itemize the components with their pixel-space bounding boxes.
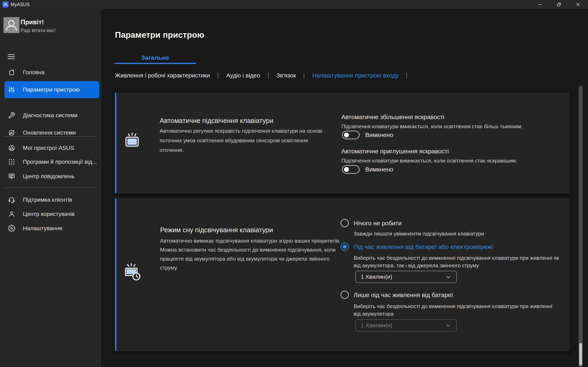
setting-description: Підсвічення клавіатури вимикається, коли… xyxy=(341,158,517,164)
card-accent-bar xyxy=(115,198,116,351)
radio-label[interactable]: Під час живлення від батареї або електро… xyxy=(354,243,493,250)
sidebar-item-label: Параметри пристрою xyxy=(23,86,80,93)
card-title: Режим сну підсвічування клавіатури xyxy=(160,226,273,234)
radio-label[interactable]: Нічого не робити xyxy=(354,220,402,227)
subtab-power[interactable]: Живлення і робочі характеристики xyxy=(115,72,210,79)
radio-do-nothing[interactable] xyxy=(341,219,349,227)
page-title: Параметри пристрою xyxy=(115,30,204,40)
sidebar-item-device-settings[interactable]: Параметри пристрою xyxy=(4,81,99,98)
sliders-icon xyxy=(8,86,16,94)
sidebar-item-my-asus-devices[interactable]: Мої пристрої ASUS xyxy=(4,141,99,155)
minimize-icon xyxy=(537,2,543,7)
restore-button[interactable] xyxy=(552,0,566,9)
headset-icon xyxy=(8,196,16,204)
scrollbar-track[interactable] xyxy=(579,86,583,367)
setting-title: Автоматичне збільшення яскравості xyxy=(341,114,444,120)
sidebar-item-label: Мої пристрої ASUS xyxy=(23,145,74,151)
card-description: Автоматично вимикає підсвічування клавіа… xyxy=(160,236,344,272)
sidebar-item-label: Налаштування xyxy=(23,225,62,232)
sidebar: Привіт! Раді вітати вас! Головна Парамет… xyxy=(0,9,102,367)
close-button[interactable] xyxy=(571,0,585,9)
home-icon xyxy=(8,68,16,76)
greeting-title: Привіт! xyxy=(21,18,44,26)
subtab-row: Живлення і робочі характеристики Аудіо і… xyxy=(115,72,415,79)
sidebar-item-label: Програми й пропозиції від... xyxy=(23,159,97,165)
toggle-state-label: Вимкнено xyxy=(365,132,393,138)
radio-battery-or-ac[interactable] xyxy=(341,243,349,251)
auto-brightness-up-toggle[interactable] xyxy=(342,131,360,139)
setting-description: Підсвічення клавіатури вмикається, коли … xyxy=(341,123,523,130)
tab-underline xyxy=(114,63,196,64)
sidebar-item-label: Головна xyxy=(23,69,44,76)
sidebar-divider xyxy=(4,136,96,137)
tab-separator xyxy=(304,73,304,79)
sidebar-item-label: Центр користувачів xyxy=(23,211,75,217)
hamburger-menu-icon[interactable] xyxy=(7,53,16,60)
title-bar: MyASUS xyxy=(0,0,588,9)
asus-device-icon xyxy=(8,144,16,152)
wrench-icon xyxy=(8,111,16,119)
radio-label[interactable]: Лише під час живлення від батареї xyxy=(354,292,453,299)
toggle-knob xyxy=(344,167,349,172)
sidebar-item-customer-support[interactable]: Підтримка клієнтів xyxy=(4,193,99,207)
idle-time-dropdown[interactable]: 1 Хвилин(и) xyxy=(355,271,457,283)
gear-icon xyxy=(8,225,16,232)
keyboard-backlight-icon xyxy=(124,132,140,148)
window-title: MyASUS xyxy=(11,0,30,9)
sidebar-item-label: Оновлення системи xyxy=(23,129,76,136)
radio-battery-only[interactable] xyxy=(341,291,349,299)
auto-brightness-down-toggle[interactable] xyxy=(342,165,360,174)
card-keyboard-backlight-sleep: Режим сну підсвічування клавіатури Автом… xyxy=(115,198,570,351)
greeting-subtitle: Раді вітати вас! xyxy=(21,27,56,33)
sidebar-divider xyxy=(4,187,96,188)
setting-title: Автоматичне приглушення яскравості xyxy=(341,148,449,155)
radio-description: Виберіть час бездіяльності до вимкнення … xyxy=(354,303,552,318)
myasus-logo-icon xyxy=(2,1,9,8)
dropdown-value: 1 Хвилин(и) xyxy=(361,274,392,280)
restore-icon xyxy=(557,2,562,7)
radio-description: Завжди лишати увімкнентм підсвічування к… xyxy=(354,230,484,238)
subtab-connectivity[interactable]: Зв'язок xyxy=(277,72,296,79)
sidebar-item-settings[interactable]: Налаштування xyxy=(4,221,99,235)
chevron-down-icon xyxy=(445,322,451,328)
tab-separator xyxy=(406,73,407,79)
toggle-knob xyxy=(344,133,349,137)
card-title: Автоматичне підсвічення клавіатури xyxy=(160,117,273,125)
sidebar-item-label: Підтримка клієнтів xyxy=(23,197,72,203)
person-icon xyxy=(8,210,16,218)
chevron-down-icon xyxy=(445,274,451,280)
tab-general[interactable]: Загальне xyxy=(114,54,196,61)
card-description: Автоматично регулює яскравість підсвічен… xyxy=(160,126,327,155)
sidebar-item-system-update[interactable]: Оновлення системи xyxy=(4,126,99,140)
card-accent-bar xyxy=(115,92,116,194)
keyboard-sleep-icon xyxy=(123,263,141,282)
subtab-input-device-settings[interactable]: Налаштування пристрою входу xyxy=(312,72,398,79)
sidebar-item-label: Діагностика системи xyxy=(23,112,77,119)
sidebar-item-label: Центр повідомлень xyxy=(23,173,75,180)
update-sync-icon xyxy=(8,129,16,137)
message-icon xyxy=(8,173,16,180)
idle-time-dropdown-battery[interactable]: 1 Хвилин(и) xyxy=(355,319,457,332)
sidebar-item-home[interactable]: Головна xyxy=(4,66,99,79)
dropdown-value: 1 Хвилин(и) xyxy=(361,322,392,329)
card-auto-keyboard-backlight: Автоматичне підсвічення клавіатури Автом… xyxy=(115,92,570,194)
sidebar-item-message-center[interactable]: Центр повідомлень xyxy=(4,169,99,183)
subtab-audio-video[interactable]: Аудіо і відео xyxy=(226,72,260,79)
sidebar-item-apps-offers[interactable]: Програми й пропозиції від... xyxy=(4,155,99,169)
apps-grid-icon xyxy=(8,158,16,166)
tab-separator xyxy=(268,73,268,79)
sidebar-item-system-diagnosis[interactable]: Діагностика системи xyxy=(4,108,99,122)
scrollbar-thumb[interactable] xyxy=(579,343,582,365)
close-icon xyxy=(576,2,580,7)
toggle-state-label: Вимкнено xyxy=(365,166,393,173)
main-content: Параметри пристрою Загальне Живлення і р… xyxy=(102,9,588,367)
minimize-button[interactable] xyxy=(533,0,547,9)
avatar xyxy=(3,17,19,33)
tab-separator xyxy=(218,73,218,79)
radio-description: Виберіть час бездіяльності до вимкнення … xyxy=(354,254,559,269)
sidebar-item-user-center[interactable]: Центр користувачів xyxy=(4,207,99,221)
